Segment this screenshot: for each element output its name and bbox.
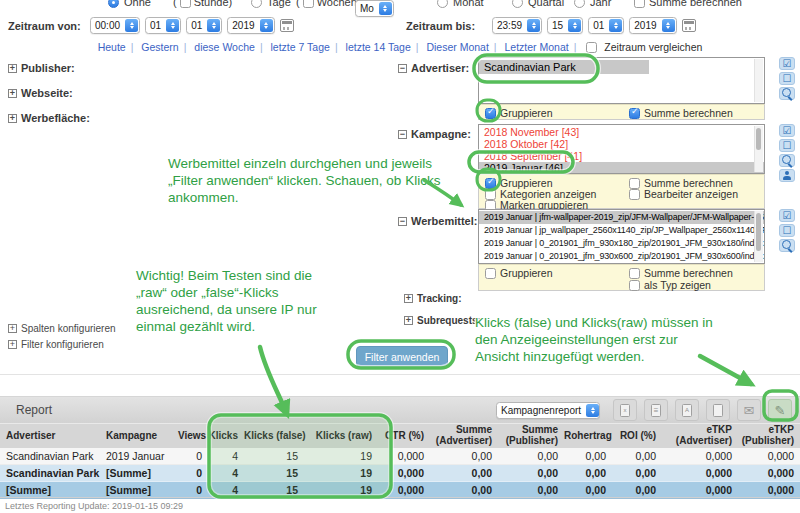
collapse-minus-icon[interactable] bbox=[398, 64, 407, 73]
expand-plus-icon[interactable] bbox=[404, 316, 413, 325]
werbemittel-list-item[interactable]: 2019 Januar | 0_201901_jfm_930x180_zip/2… bbox=[479, 237, 764, 250]
export-excel-icon[interactable] bbox=[613, 399, 637, 421]
scrollbar[interactable] bbox=[754, 211, 763, 262]
von-month-select[interactable]: 01 bbox=[186, 17, 222, 34]
kategorien-anzeigen-checkbox[interactable] bbox=[485, 189, 496, 200]
interval-checkbox-summe[interactable] bbox=[634, 0, 645, 8]
collapse-minus-icon[interactable] bbox=[398, 217, 407, 226]
bis-day-select[interactable]: 15 bbox=[547, 17, 583, 34]
col-roi[interactable]: ROI (%) bbox=[612, 424, 662, 449]
search-icon[interactable] bbox=[779, 239, 795, 252]
filter-konfigurieren[interactable]: Filter konfigurieren bbox=[8, 339, 104, 350]
werbemittel-list-item[interactable]: 2019 Januar | 0_201901_jfm_930x600_zip/2… bbox=[479, 250, 764, 263]
interval-radio-monat[interactable] bbox=[437, 0, 448, 8]
export-file-icon[interactable] bbox=[706, 399, 730, 421]
von-day-select[interactable]: 01 bbox=[145, 17, 181, 34]
col-rohertrag[interactable]: Rohertrag bbox=[564, 424, 612, 449]
link-gestern[interactable]: Gestern bbox=[141, 41, 178, 53]
stepper-icon[interactable] bbox=[260, 19, 273, 32]
scrollbar-thumb[interactable] bbox=[756, 128, 761, 150]
spalten-konfigurieren[interactable]: Spalten konfigurieren bbox=[8, 323, 116, 334]
bis-month-select[interactable]: 01 bbox=[588, 17, 624, 34]
col-kampagne[interactable]: Kampagne bbox=[100, 424, 178, 449]
expand-plus-icon[interactable] bbox=[404, 294, 413, 303]
interval-checkbox-wochentage[interactable] bbox=[303, 0, 314, 8]
advertiser-gruppieren-checkbox[interactable] bbox=[485, 108, 496, 119]
advertiser-listbox[interactable]: Scandinavian Park bbox=[478, 57, 765, 104]
bis-year-select[interactable]: 2019 bbox=[629, 17, 676, 34]
kampagne-list-item[interactable]: 2018 September [41] bbox=[479, 150, 764, 162]
export-doc-icon[interactable] bbox=[644, 399, 668, 421]
kampagne-listbox[interactable]: 2018 November [43] 2018 Oktober [42] 201… bbox=[478, 124, 765, 174]
expand-plus-icon[interactable] bbox=[8, 114, 17, 123]
user-icon[interactable] bbox=[779, 169, 795, 182]
werbemittel-list-item-selected[interactable]: 2019 Januar | jfm-wallpaper-2019_zip/JFM… bbox=[479, 211, 764, 224]
search-icon[interactable] bbox=[779, 87, 795, 100]
advertiser-list-item-selected[interactable]: Scandinavian Park bbox=[479, 60, 649, 74]
als-typ-zeigen-checkbox[interactable] bbox=[629, 280, 640, 291]
col-etkp-publisher[interactable]: eTKP (Publisher) bbox=[738, 424, 800, 449]
collapse-minus-icon[interactable] bbox=[398, 130, 407, 139]
col-klicks[interactable]: Klicks bbox=[208, 424, 244, 449]
stepper-icon[interactable] bbox=[609, 19, 622, 32]
werbemittel-summe-checkbox[interactable] bbox=[629, 268, 640, 279]
scrollbar[interactable] bbox=[754, 126, 763, 172]
kampagne-summe-checkbox[interactable] bbox=[629, 178, 640, 189]
filter-anwenden-button[interactable]: Filter anwenden bbox=[356, 346, 448, 367]
select-all-icon[interactable] bbox=[779, 209, 795, 222]
export-pdf-icon[interactable] bbox=[675, 399, 699, 421]
col-klicks-raw[interactable]: Klicks (raw) bbox=[304, 424, 378, 449]
expand-plus-icon[interactable] bbox=[8, 89, 17, 98]
werbemittel-listbox[interactable]: 2019 Januar | jfm-wallpaper-2019_zip/JFM… bbox=[478, 209, 765, 264]
kampagne-list-item[interactable]: 2018 November [43] bbox=[479, 126, 764, 138]
calendar-icon[interactable] bbox=[280, 19, 294, 32]
col-etkp-advertiser[interactable]: eTKP (Advertiser) bbox=[662, 424, 738, 449]
stepper-icon[interactable] bbox=[207, 19, 220, 32]
zeitraum-vergleichen-checkbox[interactable] bbox=[586, 42, 597, 53]
select-all-icon[interactable] bbox=[779, 57, 795, 70]
interval-radio-quartal[interactable] bbox=[512, 0, 523, 8]
link-dieser-monat[interactable]: Dieser Monat bbox=[426, 41, 488, 53]
col-ctr[interactable]: CTR (%) bbox=[378, 424, 430, 449]
link-letzte-14-tage[interactable]: letzte 14 Tage bbox=[346, 41, 411, 53]
deselect-all-icon[interactable] bbox=[779, 139, 795, 152]
kampagne-gruppieren-checkbox[interactable] bbox=[485, 178, 496, 189]
werbemittel-gruppieren-checkbox[interactable] bbox=[485, 268, 496, 279]
search-icon[interactable] bbox=[779, 154, 795, 167]
interval-checkbox-stunde[interactable] bbox=[180, 0, 191, 8]
kampagne-list-item-selected[interactable]: 2019 Januar [46] bbox=[479, 162, 764, 174]
scrollbar-thumb[interactable] bbox=[756, 213, 761, 251]
col-advertiser[interactable]: Advertiser bbox=[0, 424, 100, 449]
stepper-icon[interactable] bbox=[527, 19, 540, 32]
col-summe-advertiser[interactable]: Summe (Advertiser) bbox=[430, 424, 498, 449]
advertiser-summe-checkbox[interactable] bbox=[629, 108, 640, 119]
weekday-select[interactable]: Mo bbox=[355, 0, 394, 17]
scrollbar[interactable] bbox=[754, 59, 763, 102]
link-heute[interactable]: Heute bbox=[98, 41, 126, 53]
link-diese-woche[interactable]: diese Woche bbox=[194, 41, 255, 53]
interval-radio-ohne[interactable] bbox=[108, 0, 119, 8]
deselect-all-icon[interactable] bbox=[779, 224, 795, 237]
interval-radio-tage[interactable] bbox=[251, 0, 262, 8]
interval-radio-jahr[interactable] bbox=[574, 0, 585, 8]
von-year-select[interactable]: 2019 bbox=[227, 17, 274, 34]
link-letzter-monat[interactable]: Letzter Monat bbox=[505, 41, 569, 53]
email-report-icon[interactable] bbox=[737, 399, 761, 421]
von-time-select[interactable]: 00:00 bbox=[90, 17, 140, 34]
stepper-icon[interactable] bbox=[586, 404, 599, 417]
deselect-all-icon[interactable] bbox=[779, 72, 795, 85]
stepper-icon[interactable] bbox=[125, 19, 138, 32]
select-all-icon[interactable] bbox=[779, 124, 795, 137]
col-summe-publisher[interactable]: Summe (Publisher) bbox=[498, 424, 564, 449]
col-views[interactable]: Views bbox=[178, 424, 208, 449]
bis-time-select[interactable]: 23:59 bbox=[492, 17, 542, 34]
kampagne-list-item[interactable]: 2018 Oktober [42] bbox=[479, 138, 764, 150]
col-klicks-false[interactable]: Klicks (false) bbox=[244, 424, 304, 449]
calendar-icon[interactable] bbox=[682, 19, 696, 32]
stepper-icon[interactable] bbox=[379, 2, 392, 15]
stepper-icon[interactable] bbox=[166, 19, 179, 32]
expand-plus-icon[interactable] bbox=[8, 64, 17, 73]
werbemittel-list-item[interactable]: 2019 Januar | jp_wallpaper_2560x1140_zip… bbox=[479, 224, 764, 237]
edit-pencil-icon[interactable] bbox=[768, 399, 792, 421]
stepper-icon[interactable] bbox=[662, 19, 675, 32]
